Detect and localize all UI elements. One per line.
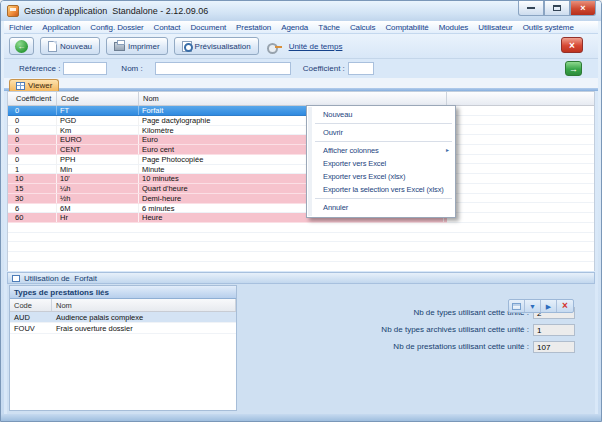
nom-label: Nom : [121,64,142,73]
grid-body: 0FTForfait0PGDPage dactylographie0KmKilo… [8,106,594,271]
column-header[interactable]: Nom [139,92,447,105]
imprimer-button[interactable]: Imprimer [106,37,168,55]
stat-value-box: 1 [533,324,575,336]
maximize-button[interactable] [544,1,570,16]
minimize-button[interactable] [518,1,544,16]
context-menu-item[interactable]: Exporter vers Excel [308,157,454,170]
cell-nom: Audience palais complexe [52,312,236,322]
stat-value-box: 107 [533,341,575,353]
cell-code: CENT [57,145,139,154]
right-triangle-icon: ▶ [546,303,551,310]
stat-label: Nb de types archivés utilisant cette uni… [381,325,529,334]
stat-row: Nb de types archivés utilisant cette uni… [262,321,575,338]
context-menu-item[interactable]: Exporter vers Excel (xlsx) [308,170,454,183]
stat-row: Nb de prestations utilisant cette unité … [262,338,575,355]
menu-separator [315,141,452,142]
move-down-button[interactable]: ▼ [525,300,541,312]
menu-item[interactable]: Modules [434,21,474,34]
imprimer-label: Imprimer [128,42,160,51]
menu-bar: FichierApplicationConfig. DossierContact… [4,21,598,34]
app-window: Gestion d'application Standalone - 2.12.… [0,0,602,422]
menu-item[interactable]: Prestation [231,21,276,34]
menu-item[interactable]: Outils système [518,21,579,34]
menu-separator [315,123,452,124]
menu-item[interactable]: Utilisateur [473,21,517,34]
cell-coefficient: 0 [12,126,57,135]
maximize-icon [553,5,561,11]
cell-nom: Frais ouverture dossier [52,323,236,333]
grid-icon [16,82,25,90]
menu-item[interactable]: Config. Dossier [85,21,148,34]
menu-item[interactable]: Fichier [4,21,37,34]
cell-code: Min [57,165,139,174]
cell-code: 6M [57,204,139,213]
cell-coefficient: 0 [12,135,57,144]
go-icon: → [569,64,578,74]
column-header[interactable]: Coéfficient [12,92,57,105]
nom-input[interactable] [155,62,291,75]
nouveau-button[interactable]: Nouveau [40,37,100,55]
back-button[interactable]: ← [9,37,34,55]
reference-input[interactable] [63,62,107,75]
preview-button[interactable]: Prévisualisation [174,37,259,55]
cell-coefficient: 1 [12,165,57,174]
panel-icon [12,275,20,282]
context-menu-item[interactable]: Ouvrir [308,126,454,139]
cell-coefficient: 6 [12,204,57,213]
menu-item[interactable]: Tâche [313,21,345,34]
tab-strip: Viewer [4,78,598,91]
detail-view-icon [512,303,521,310]
coefficient-input[interactable] [348,62,374,75]
menu-item[interactable]: Calculs [345,21,381,34]
linked-types-header: CodeNom [10,299,236,312]
context-menu-item[interactable]: Nouveau [308,108,454,121]
context-menu-item[interactable]: Afficher colonnes▸ [308,144,454,157]
time-unit-link[interactable]: Unité de temps [289,42,343,51]
menu-item[interactable]: Agenda [276,21,313,34]
detail-view-button[interactable] [509,300,525,312]
window-title: Gestion d'application Standalone - 2.12.… [24,6,208,16]
units-grid: CoéfficientCodeNom 0FTForfait0PGDPage da… [7,91,595,271]
cell-coefficient: 0 [12,106,57,115]
context-menu-item-label: Annuler [323,203,348,212]
coefficient-label: Coefficient : [303,64,345,73]
tab-viewer[interactable]: Viewer [9,79,59,91]
context-menu-item-label: Afficher colonnes [323,146,379,155]
printer-icon [114,42,125,51]
toolbar-close-button[interactable]: × [561,37,583,53]
submenu-arrow-icon: ▸ [446,144,449,157]
preview-icon [182,41,192,52]
panel-close-icon: × [562,301,568,311]
menu-item[interactable]: Application [37,21,85,34]
cell-code: PPH [57,155,139,164]
panel-close-button[interactable]: × [557,300,573,312]
column-header[interactable]: Nom [52,299,236,311]
window-bottom-frame [1,414,601,421]
reference-label: Référence : [19,64,60,73]
usage-panel-title: Utilisation de Forfait [24,274,97,283]
window-controls: × [518,1,596,16]
context-menu-item-label: Exporter la selection vers Excel (xlsx) [323,185,444,194]
menu-item[interactable]: Document [185,21,231,34]
toolbar-close-icon: × [569,40,575,51]
cell-coefficient: 0 [12,155,57,164]
cell-code: FT [57,106,139,115]
cell-coefficient: 30 [12,194,57,203]
menu-item[interactable]: Comptabilité [380,21,433,34]
list-item[interactable]: AUDAudience palais complexe [10,312,236,323]
column-header[interactable]: Code [10,299,52,311]
linked-types-group: Types de prestations liés CodeNom AUDAud… [9,285,237,411]
list-item[interactable]: FOUVFrais ouverture dossier [10,323,236,334]
menu-item[interactable]: Contact [149,21,186,34]
cell-coefficient: 0 [12,145,57,154]
column-header[interactable]: Code [57,92,139,105]
cell-coefficient: 60 [12,213,57,222]
go-button[interactable]: → [565,61,582,76]
close-button[interactable]: × [570,1,596,16]
move-next-button[interactable]: ▶ [541,300,557,312]
panel-mini-toolbar: ▼ ▶ × [508,299,574,313]
context-menu-item[interactable]: Annuler [308,201,454,214]
context-menu-item[interactable]: Exporter la selection vers Excel (xlsx) [308,183,454,196]
new-document-icon [48,41,57,52]
context-menu-item-label: Nouveau [323,110,352,119]
